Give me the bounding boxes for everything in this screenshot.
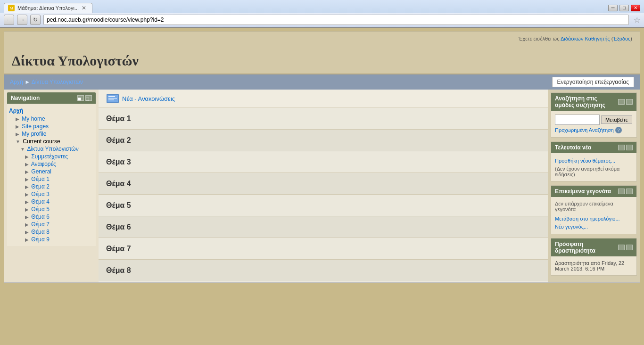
no-news-text: (Δεν έχουν αναρτηθεί ακόμα ειδήσεις) (555, 166, 633, 177)
activity-block-ctrl-box[interactable] (626, 245, 633, 250)
sidebar-item-thema8[interactable]: ▶ Θέμα 8 (9, 228, 94, 236)
browser-tab[interactable]: M Μάθημα: Δίκτυα Υπολογι... ✕ (4, 3, 92, 13)
activity-block-ctrl-dash[interactable] (618, 245, 625, 250)
help-icon: ? (615, 127, 622, 133)
sidebar-item-thema4[interactable]: ▶ Θέμα 4 (9, 198, 94, 205)
activity-block-header: Πρόσφατη δραστηριότητα (551, 238, 636, 256)
sidebar-item-reports[interactable]: ▶ Αναφορές (9, 160, 94, 168)
expand-icon: ▶ (25, 184, 29, 189)
calendar-link[interactable]: Μετάβαση στο ημερολόγιο... (555, 216, 620, 222)
news-link[interactable]: Νέα - Ανακοινώσεις (106, 93, 175, 104)
latest-news-block: Τελευταία νέα Προσθήκη νέου θέματος... (… (551, 141, 637, 181)
events-block-header: Επικείμενα γεγονότα (551, 186, 636, 197)
latest-news-block-body: Προσθήκη νέου θέματος... (Δεν έχουν αναρ… (551, 153, 636, 181)
forum-search-button[interactable]: Μεταβείτε (601, 115, 632, 124)
topic-row-7: Θέμα 7 (99, 238, 548, 260)
activity-block: Πρόσφατη δραστηριότητα Δραστηριότητα από… (551, 238, 637, 276)
sidebar-item-site-pages[interactable]: ▶ Site pages (9, 123, 94, 130)
navigation-block-header: Navigation ■ □ (7, 92, 96, 104)
right-sidebar: Αναζήτηση στις ομάδες συζήτησης Μεταβείτ… (548, 90, 640, 282)
sidebar-item-archi[interactable]: Αρχή (9, 107, 23, 114)
activity-block-title: Πρόσφατη δραστηριότητα (555, 241, 618, 254)
svg-rect-2 (108, 96, 115, 97)
navigation-block: Navigation ■ □ Αρχή ▶ My home (7, 92, 96, 246)
topic-row-5: Θέμα 5 (99, 195, 548, 216)
topic-row-2: Θέμα 2 (99, 130, 548, 151)
sidebar-item-thema6[interactable]: ▶ Θέμα 6 (9, 213, 94, 221)
site-title: Δίκτυα Υπολογιστών (12, 53, 632, 69)
site-header: Έχετε εισέλθει ως Διδάσκων Καθηγητής (Έξ… (4, 32, 640, 74)
search-block-controls (618, 99, 633, 105)
reload-button[interactable]: ↻ (30, 15, 41, 25)
topic-row-6: Θέμα 6 (99, 216, 548, 238)
minimize-button[interactable]: ─ (608, 5, 618, 11)
news-row: Νέα - Ανακοινώσεις (99, 90, 548, 108)
block-ctrl-dash[interactable]: ■ (77, 95, 84, 101)
topic-title-2: Θέμα 2 (106, 136, 131, 145)
events-block-ctrl-box[interactable] (626, 189, 633, 194)
sidebar-item-thema7[interactable]: ▶ Θέμα 7 (9, 221, 94, 228)
maximize-button[interactable]: □ (619, 5, 629, 11)
back-button[interactable]: ← (4, 15, 14, 25)
address-bar[interactable] (43, 15, 629, 25)
main-layout: Navigation ■ □ Αρχή ▶ My home (4, 90, 640, 282)
sidebar-item-thema3[interactable]: ▶ Θέμα 3 (9, 190, 94, 198)
news-icon (106, 93, 119, 104)
block-controls: ■ □ (77, 95, 92, 101)
search-block-title: Αναζήτηση στις ομάδες συζήτησης (555, 95, 618, 108)
topic-row-4: Θέμα 4 (99, 173, 548, 195)
new-event-link[interactable]: Νέο γεγονός... (555, 224, 588, 230)
bookmark-star-icon[interactable]: ☆ (634, 16, 640, 25)
sidebar-item-participants[interactable]: ▶ Συμμετέχοντες (9, 153, 94, 160)
sidebar-item-thema1[interactable]: ▶ Θέμα 1 (9, 175, 94, 183)
block-ctrl-box[interactable]: □ (85, 95, 92, 101)
navigation-block-body: Αρχή ▶ My home ▶ Site pages ▶ My profi (7, 104, 96, 246)
search-block-ctrl-dash[interactable] (618, 99, 625, 105)
sidebar-item-thema5[interactable]: ▶ Θέμα 5 (9, 205, 94, 213)
collapse-icon: ▼ (20, 147, 25, 152)
tab-close-button[interactable]: ✕ (82, 5, 86, 11)
tab-favicon: M (8, 5, 15, 11)
center-content: Νέα - Ανακοινώσεις Θέμα 1 Θέμα 2 Θέμα 3 … (99, 90, 548, 282)
news-block-controls (618, 145, 633, 150)
forward-button[interactable]: → (17, 15, 27, 25)
browser-chrome: M Μάθημα: Δίκτυα Υπολογι... ✕ ─ □ ✕ ← → … (0, 0, 644, 28)
sidebar-item-my-profile[interactable]: ▶ My profile (9, 130, 94, 138)
sidebar-item-course-name[interactable]: ▼ Δίκτυα Υπολογιστών (9, 145, 94, 153)
sidebar-item-general[interactable]: ▶ General (9, 168, 94, 175)
sidebar-item-my-home[interactable]: ▶ My home (9, 115, 94, 123)
expand-icon: ▶ (16, 124, 19, 129)
window-controls: ─ □ ✕ (608, 5, 640, 11)
topic-row-8: Θέμα 8 (99, 260, 548, 281)
breadcrumb-home[interactable]: Αρχή (10, 79, 23, 85)
events-block-ctrl-dash[interactable] (618, 189, 625, 194)
expand-icon: ▶ (25, 154, 29, 159)
logged-in-user-link[interactable]: Διδάσκων Καθηγητής (561, 36, 610, 41)
edit-mode-button[interactable]: Ενεργοποίηση επεξεργασίας (552, 77, 634, 87)
expand-icon: ▶ (25, 207, 29, 212)
advanced-search-link[interactable]: Προχωρημένη Αναζήτηση ? (555, 127, 633, 133)
expand-icon: ▶ (25, 162, 29, 167)
add-topic-link[interactable]: Προσθήκη νέου θέματος... (555, 158, 615, 164)
close-window-button[interactable]: ✕ (631, 5, 640, 11)
forum-search-input[interactable] (555, 115, 600, 125)
browser-toolbar: ← → ↻ ☆ (0, 13, 644, 27)
logout-link[interactable]: Έξοδος (613, 36, 630, 41)
search-block-ctrl-box[interactable] (626, 99, 633, 105)
search-block-header: Αναζήτηση στις ομάδες συζήτησης (551, 93, 636, 111)
topic-title-8: Θέμα 8 (106, 266, 131, 275)
news-block-ctrl-box[interactable] (626, 145, 633, 150)
news-block-ctrl-dash[interactable] (618, 145, 625, 150)
breadcrumb-current[interactable]: Δίκτυα Υπολογιστών (32, 79, 83, 85)
news-link-text: Νέα - Ανακοινώσεις (122, 95, 175, 102)
breadcrumb-separator: ► (25, 79, 30, 85)
sidebar-item-thema2[interactable]: ▶ Θέμα 2 (9, 183, 94, 190)
topic-title-7: Θέμα 7 (106, 245, 131, 253)
no-events-text: Δεν υπάρχουν επικείμενα γεγονότα (555, 201, 633, 212)
expand-icon: ▶ (25, 237, 29, 242)
topic-title-3: Θέμα 3 (106, 158, 131, 166)
events-block: Επικείμενα γεγονότα Δεν υπάρχουν επικείμ… (551, 185, 637, 234)
sidebar-item-thema9[interactable]: ▶ Θέμα 9 (9, 236, 94, 243)
activity-block-body: Δραστηριότητα από Friday, 22 March 2013,… (551, 256, 636, 275)
svg-rect-4 (108, 99, 114, 100)
